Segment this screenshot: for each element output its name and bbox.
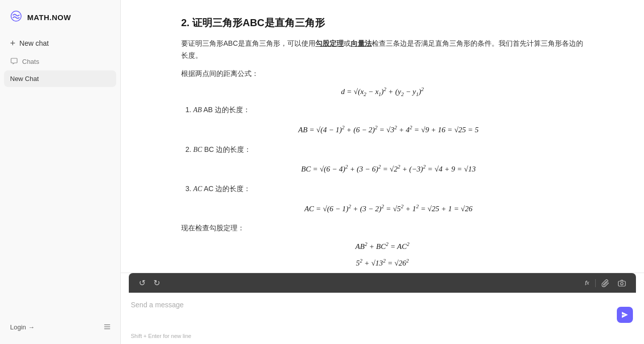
- redo-icon: ↻: [153, 278, 160, 288]
- attach-button[interactable]: [600, 278, 612, 288]
- ac-item: AC AC 边的长度： AC = √(6 − 1)2 + (3 − 2)2 = …: [193, 183, 584, 215]
- sidebar-bottom: Login →: [4, 316, 116, 338]
- paperclip-icon: [602, 279, 610, 287]
- toolbar-right: fx: [583, 278, 628, 288]
- send-icon: [621, 311, 629, 319]
- chats-icon: [10, 57, 18, 65]
- input-toolbar: ↺ ↻ fx: [129, 273, 636, 293]
- redo-button[interactable]: ↻: [151, 277, 162, 289]
- svg-point-4: [621, 282, 623, 285]
- svg-rect-2: [104, 328, 110, 329]
- main-panel: 2. 证明三角形ABC是直角三角形 要证明三角形ABC是直角三角形，可以使用勾股…: [121, 0, 644, 344]
- pythagorean-label: 现在检查勾股定理：: [181, 222, 584, 234]
- camera-icon: [618, 279, 626, 287]
- distance-formula: d = √(x2 − x1)2 + (y2 − y1)2: [181, 87, 584, 97]
- eq1: AB2 + BC2 = AC2: [181, 241, 584, 251]
- svg-rect-1: [104, 326, 110, 327]
- ab-formula: AB = √(4 − 1)2 + (6 − 2)2 = √32 + 42 = √…: [193, 123, 584, 137]
- bc-formula: BC = √(6 − 4)2 + (3 − 6)2 = √22 + (−3)2 …: [193, 162, 584, 176]
- sides-list: AB AB 边的长度： AB = √(4 − 1)2 + (6 − 2)2 = …: [181, 104, 584, 215]
- message-input[interactable]: [129, 299, 636, 325]
- login-button[interactable]: Login →: [6, 320, 39, 334]
- chats-label: Chats: [22, 58, 39, 65]
- distance-label: 根据两点间的距离公式：: [181, 68, 584, 80]
- login-arrow: →: [28, 323, 35, 331]
- undo-icon: ↺: [139, 278, 145, 288]
- svg-rect-0: [104, 324, 110, 325]
- login-label: Login: [10, 323, 26, 331]
- intro-paragraph: 要证明三角形ABC是直角三角形，可以使用勾股定理或向量法检查三条边是否满足直角三…: [181, 38, 584, 62]
- formula-button[interactable]: fx: [583, 278, 591, 288]
- chats-section[interactable]: Chats: [4, 54, 116, 68]
- toolbar-left: ↺ ↻: [137, 277, 162, 289]
- logo: MATH.NOW: [4, 6, 116, 32]
- svg-rect-3: [618, 281, 625, 286]
- method2-text: 向量法: [351, 39, 372, 47]
- plus-icon: +: [10, 39, 16, 48]
- content-area: 2. 证明三角形ABC是直角三角形 要证明三角形ABC是直角三角形，可以使用勾股…: [121, 0, 644, 273]
- logo-icon: [9, 10, 23, 24]
- method1-text: 勾股定理: [315, 39, 344, 47]
- ac-formula: AC = √(6 − 1)2 + (3 − 2)2 = √52 + 12 = √…: [193, 202, 584, 216]
- undo-button[interactable]: ↺: [137, 277, 147, 289]
- input-area: ↺ ↻ fx: [121, 273, 644, 344]
- bc-item: BC BC 边的长度： BC = √(6 − 4)2 + (3 − 6)2 = …: [193, 144, 584, 176]
- sidebar: MATH.NOW + New chat Chats New Chat Login…: [0, 0, 121, 344]
- send-button[interactable]: [617, 307, 633, 323]
- toolbar-divider: [595, 279, 596, 287]
- eq2: 52 + √132 = √262: [181, 258, 584, 268]
- section-title: 2. 证明三角形ABC是直角三角形: [181, 16, 584, 30]
- new-chat-button[interactable]: + New chat: [4, 34, 116, 52]
- new-chat-label: New chat: [20, 39, 49, 47]
- input-hint: Shift + Enter for new line: [121, 331, 644, 344]
- sidebar-collapse-icon: [103, 323, 111, 331]
- formula-x-icon: x: [587, 280, 589, 286]
- logo-text: MATH.NOW: [27, 13, 71, 22]
- collapse-sidebar-button[interactable]: [100, 320, 114, 334]
- ab-item: AB AB 边的长度： AB = √(4 − 1)2 + (6 − 2)2 = …: [193, 104, 584, 136]
- input-box-wrapper: [121, 293, 644, 331]
- chat-item[interactable]: New Chat: [4, 70, 116, 87]
- camera-button[interactable]: [616, 278, 628, 288]
